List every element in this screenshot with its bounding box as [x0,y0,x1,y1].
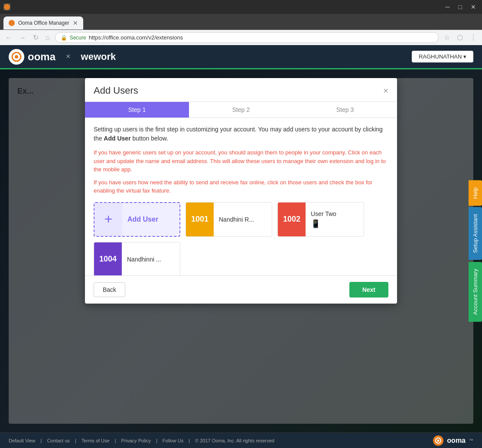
footer-privacy[interactable]: Privacy Policy [121,438,151,443]
content-area: Ex... Help Setup Assistant Account Summa… [0,69,482,432]
ooma-logo: ooma [9,49,55,65]
svg-point-0 [4,4,10,10]
svg-point-4 [437,439,440,441]
users-grid: + Add User 1001 [94,202,388,276]
next-button[interactable]: Next [349,282,388,298]
footer-contact-us[interactable]: Contact us [47,438,70,443]
footer-pipe-1: | [41,438,42,443]
user-number-1001: 1001 [191,215,208,224]
browser-icon [3,3,10,10]
footer-logo: ooma ™ [433,435,473,446]
user-number-1002: 1002 [283,215,300,224]
user-badge-1002: 1002 [278,202,306,237]
modal-close-button[interactable]: × [383,86,388,96]
url-bar[interactable]: 🔒 Secure https://office.ooma.com/v2/exte… [55,32,439,43]
modal-content: Setting up users is the first step in cu… [85,118,397,275]
add-user-label: Add User [127,216,174,223]
add-users-modal: Add Users × Step 1 Step 2 Step 3 [85,78,397,304]
step-2-tab[interactable]: Step 2 [189,102,293,118]
title-bar-left [3,3,10,10]
footer-default-view[interactable]: Default View [9,438,36,443]
user-info-1002: User Two 📱 [306,207,364,232]
bookmark-button[interactable]: ☆ [442,32,452,43]
footer-ooma-text: ooma [447,437,466,445]
svg-point-2 [15,55,18,59]
user-card-1004[interactable]: 1004 Nandhinni ... [94,242,180,276]
footer-terms[interactable]: Terms of Use [81,438,110,443]
step-3-tab[interactable]: Step 3 [293,102,397,118]
app-header: ooma × wework RAGHUNATHAN ▾ [0,45,482,69]
close-button[interactable]: ✕ [468,3,479,11]
footer-trademark: ™ [469,438,473,443]
minimize-button[interactable]: ─ [443,3,453,11]
tab-favicon [9,20,15,26]
add-user-icon-area: + [94,202,122,237]
add-user-card[interactable]: + Add User [94,202,180,237]
warning-paragraph-2: If you have users how need the ability t… [94,178,388,195]
back-button[interactable]: Back [94,282,125,297]
forward-nav-button[interactable]: → [17,32,28,43]
back-nav-button[interactable]: ← [3,32,14,43]
steps-bar: Step 1 Step 2 Step 3 [85,102,397,118]
modal-header: Add Users × [85,78,397,102]
footer-copyright: © 2017 Ooma, Inc. All rights reserved [195,438,274,443]
footer-pipe-4: | [156,438,157,443]
account-tab[interactable]: Account Summary [469,262,482,322]
add-user-info: Add User [122,212,179,227]
user-menu-button[interactable]: RAGHUNATHAN ▾ [412,51,473,62]
browser-tab[interactable]: Ooma Office Manager ✕ [3,16,83,29]
footer-pipe-5: | [189,438,190,443]
user-name-1001: Nandhini R... [219,216,267,223]
title-bar: ─ □ ✕ [0,0,482,14]
wework-logo: wework [81,51,116,62]
header-right: RAGHUNATHAN ▾ [412,51,473,62]
setup-tab[interactable]: Setup Assistant [469,207,482,260]
modal-footer: Back Next [85,275,397,304]
help-tab[interactable]: Help [469,180,482,206]
menu-button[interactable]: ⋮ [468,32,479,43]
user-name-1004: Nandhinni ... [127,256,175,263]
user-card-1002[interactable]: 1002 User Two 📱 [277,202,364,237]
intro-paragraph: Setting up users is the first step in cu… [94,125,388,143]
refresh-button[interactable]: ↻ [31,32,40,43]
footer-links: Default View | Contact us | Terms of Use… [9,438,274,443]
footer-pipe-2: | [75,438,76,443]
home-button[interactable]: ⌂ [44,32,52,43]
tab-label: Ooma Office Manager [18,20,69,26]
lock-icon: 🔒 [61,35,67,41]
setup-tab-label: Setup Assistant [472,214,479,253]
warning-paragraph-1: If you have generic users set up on your… [94,148,388,174]
modal-body: Setting up users is the first step in cu… [85,118,397,275]
phone-icon: 📱 [311,219,358,229]
user-card-1001[interactable]: 1001 Nandhini R... [186,202,272,237]
ooma-logo-text: ooma [28,51,55,63]
footer-follow-us: Follow Us [163,438,183,443]
maximize-button[interactable]: □ [456,3,465,11]
user-name-1002: User Two [311,210,358,217]
app-footer: Default View | Contact us | Terms of Use… [0,432,482,448]
user-info-1004: Nandhinni ... [122,252,180,266]
account-tab-label: Account Summary [472,269,479,315]
user-info-1001: Nandhini R... [214,213,272,226]
ooma-logo-circle [9,49,24,65]
window-controls: ─ □ ✕ [443,3,479,11]
plus-icon: + [104,211,113,227]
footer-pipe-3: | [115,438,116,443]
modal-title: Add Users [94,85,138,96]
tab-close-icon[interactable]: ✕ [73,20,78,26]
footer-logo-circle [433,435,443,446]
user-badge-1004: 1004 [94,242,122,276]
right-sidebar: Help Setup Assistant Account Summary [469,180,482,322]
extensions-button[interactable]: ⬡ [455,32,465,43]
modal-backdrop: Add Users × Step 1 Step 2 Step 3 [0,69,482,432]
address-bar: ← → ↻ ⌂ 🔒 Secure https://office.ooma.com… [0,29,482,45]
user-badge-1001: 1001 [186,202,214,237]
add-user-bold: Add User [104,135,130,142]
tab-bar: Ooma Office Manager ✕ [0,14,482,29]
user-menu-label: RAGHUNATHAN ▾ [419,53,466,60]
intro-text-2: button below. [132,135,168,142]
step-1-tab[interactable]: Step 1 [85,102,189,118]
secure-label: Secure [70,35,86,41]
header-x: × [66,52,71,61]
app-area: ooma × wework RAGHUNATHAN ▾ Ex... Help S… [0,45,482,448]
